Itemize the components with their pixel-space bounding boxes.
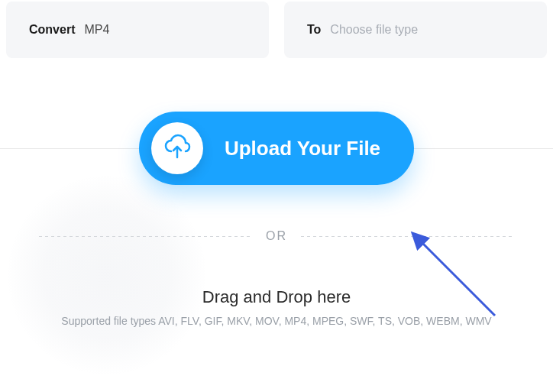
convert-to-selector[interactable]: To Choose file type [284,2,547,58]
convert-from-selector[interactable]: Convert MP4 [6,2,269,58]
upload-file-button[interactable]: Upload Your File [139,112,414,185]
to-label: To [307,23,321,37]
to-placeholder: Choose file type [330,23,418,37]
upload-button-label: Upload Your File [225,137,380,160]
drag-drop-label: Drag and Drop here [202,287,351,307]
supported-types-label: Supported file types AVI, FLV, GIF, MKV,… [61,315,491,327]
convert-label: Convert [29,23,75,37]
cloud-upload-icon [151,122,203,174]
convert-value: MP4 [84,23,109,37]
format-selectors: Convert MP4 To Choose file type [0,2,553,58]
or-text: OR [266,229,287,243]
dash-left [39,236,252,237]
or-divider: OR [39,229,515,243]
dash-right [301,236,514,237]
upload-section: Upload Your File OR Drag and Drop here S… [0,112,553,327]
